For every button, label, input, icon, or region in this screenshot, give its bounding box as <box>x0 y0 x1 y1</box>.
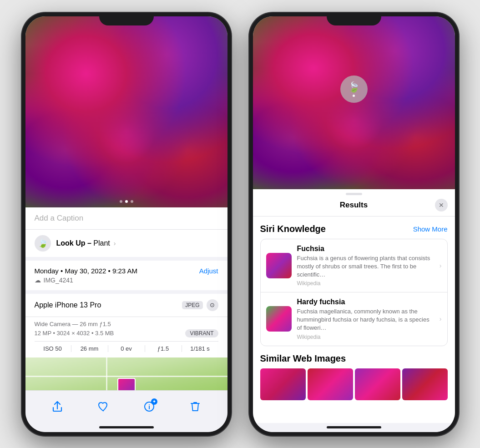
hardy-thumbnail <box>266 306 292 332</box>
device-section: Apple iPhone 13 Pro JPEG ⊙ Wide Camera —… <box>25 294 227 357</box>
results-sheet: Results ✕ Siri Knowledge Show More <box>253 189 455 432</box>
similar-img-4[interactable] <box>402 368 448 400</box>
sheet-content[interactable]: Siri Knowledge Show More Fuchsia Fuchsia… <box>253 216 455 423</box>
info-button[interactable]: ✦ <box>140 398 158 416</box>
right-phone: 🍃 Results ✕ Siri Knowledge <box>249 13 459 436</box>
favorite-button[interactable] <box>94 398 112 416</box>
siri-dot <box>353 95 355 97</box>
sheet-handle-row <box>253 189 455 195</box>
siri-knowledge-header: Siri Knowledge Show More <box>260 216 448 239</box>
lookup-row[interactable]: 🍃 Look Up – Plant › <box>25 230 227 257</box>
fuchsia-chevron: › <box>440 262 442 269</box>
close-button[interactable]: ✕ <box>435 199 448 211</box>
sheet-header: Results ✕ <box>253 195 455 216</box>
fuchsia-thumb-image <box>266 253 292 278</box>
lookup-icon: 🍃 <box>35 235 51 252</box>
fuchsia-name: Fuchsia <box>297 245 434 253</box>
siri-bubble: 🍃 <box>340 76 368 103</box>
right-phone-screen: 🍃 Results ✕ Siri Knowledge <box>253 16 455 432</box>
map-area[interactable] <box>25 357 227 390</box>
hardy-chevron: › <box>440 315 442 322</box>
map-thumbnail <box>117 378 136 390</box>
exif-row: ISO 50 26 mm 0 ev ƒ1.5 1/181 s <box>35 341 218 356</box>
photo-image <box>25 16 227 207</box>
knowledge-item-fuchsia[interactable]: Fuchsia Fuchsia is a genus of flowering … <box>261 239 447 293</box>
info-badge: ✦ <box>151 398 157 405</box>
meta-date-row: Monday • May 30, 2022 • 9:23 AM Adjust <box>35 267 218 275</box>
similar-images-grid <box>260 368 448 400</box>
fuchsia-desc: Fuchsia is a genus of flowering plants t… <box>297 254 434 279</box>
exif-focal: 26 mm <box>71 345 108 352</box>
caption-placeholder[interactable]: Add a Caption <box>35 214 84 222</box>
home-bar-right <box>327 426 381 428</box>
photo-page-dots <box>120 200 133 203</box>
leaf-icon: 🍃 <box>38 238 48 248</box>
adjust-button[interactable]: Adjust <box>199 267 218 275</box>
siri-leaf-icon: 🍃 <box>348 81 360 93</box>
fuchsia-source: Wikipedia <box>297 280 434 287</box>
map-road-horizontal <box>25 376 227 377</box>
exif-shutter: 1/181 s <box>182 345 218 352</box>
meta-filename: IMG_4241 <box>44 277 73 284</box>
similar-section: Similar Web Images <box>260 353 448 400</box>
camera-mp: 12 MP • 3024 × 4032 • 3.5 MB <box>35 330 114 337</box>
knowledge-card: Fuchsia Fuchsia is a genus of flowering … <box>260 239 448 346</box>
map-road-vertical <box>106 357 107 390</box>
home-indicator-right <box>253 423 455 432</box>
left-phone: Add a Caption 🍃 Look Up – Plant › Monday… <box>22 13 231 436</box>
photo-area[interactable] <box>25 16 227 207</box>
home-bar <box>99 426 154 428</box>
info-area: Add a Caption 🍃 Look Up – Plant › Monday… <box>25 207 227 390</box>
hardy-source: Wikipedia <box>297 334 434 340</box>
camera-details: Wide Camera — 26 mm ƒ1.5 12 MP • 3024 × … <box>25 317 227 357</box>
meta-date: Monday • May 30, 2022 • 9:23 AM <box>35 267 137 275</box>
right-photo-image <box>253 16 455 189</box>
knowledge-item-hardy[interactable]: Hardy fuchsia Fuchsia magellanica, commo… <box>261 292 447 346</box>
lookup-label[interactable]: Look Up – Plant › <box>56 239 116 247</box>
bottom-toolbar: ✦ <box>25 390 227 423</box>
hardy-desc: Fuchsia magellanica, commonly known as t… <box>297 307 434 332</box>
lookup-label-rest: Plant <box>91 239 110 247</box>
similar-img-2[interactable] <box>308 368 353 400</box>
home-indicator <box>25 423 227 432</box>
device-badges: JPEG ⊙ <box>182 299 218 311</box>
hardy-text: Hardy fuchsia Fuchsia magellanica, commo… <box>297 298 434 340</box>
location-badge: ⊙ <box>207 299 218 311</box>
exif-iso: ISO 50 <box>35 345 71 352</box>
exif-aperture: ƒ1.5 <box>145 345 182 352</box>
similar-title: Similar Web Images <box>260 353 448 364</box>
hardy-name: Hardy fuchsia <box>297 298 434 306</box>
left-phone-screen: Add a Caption 🍃 Look Up – Plant › Monday… <box>25 16 227 432</box>
dot-1 <box>120 200 122 203</box>
siri-knowledge-title: Siri Knowledge <box>260 224 326 234</box>
meta-section: Monday • May 30, 2022 • 9:23 AM Adjust ☁… <box>25 261 227 290</box>
hardy-thumb-image <box>266 306 292 332</box>
sheet-title: Results <box>273 201 435 210</box>
exif-ev: 0 ev <box>108 345 145 352</box>
similar-img-3[interactable] <box>355 368 400 400</box>
similar-img-1[interactable] <box>260 368 306 400</box>
jpeg-badge: JPEG <box>182 301 202 309</box>
delete-button[interactable] <box>186 398 204 416</box>
dot-3 <box>131 200 133 203</box>
right-photo-area: 🍃 <box>253 16 455 189</box>
device-row: Apple iPhone 13 Pro JPEG ⊙ <box>25 294 227 317</box>
meta-filename-row: ☁ IMG_4241 <box>35 277 218 284</box>
camera-row1: Wide Camera — 26 mm ƒ1.5 <box>35 321 218 327</box>
show-more-button[interactable]: Show More <box>413 225 448 233</box>
share-button[interactable] <box>48 398 66 416</box>
lookup-label-bold: Look Up – <box>56 239 91 247</box>
fuchsia-thumbnail <box>266 253 292 278</box>
dot-2 <box>125 200 128 203</box>
lookup-chevron: › <box>112 240 116 247</box>
camera-row2: 12 MP • 3024 × 4032 • 3.5 MB VIBRANT <box>35 329 218 337</box>
device-name: Apple iPhone 13 Pro <box>35 301 101 309</box>
fuchsia-text: Fuchsia Fuchsia is a genus of flowering … <box>297 245 434 287</box>
vibrant-badge: VIBRANT <box>185 329 218 337</box>
cloud-icon: ☁ <box>35 277 41 284</box>
caption-row[interactable]: Add a Caption <box>25 207 227 230</box>
